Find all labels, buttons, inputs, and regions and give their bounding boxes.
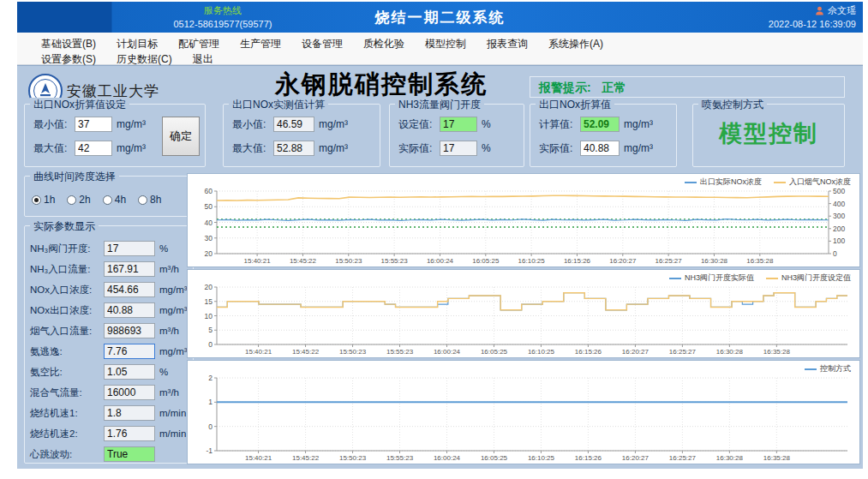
svg-text:16:15:26: 16:15:26	[575, 454, 602, 462]
param-value-input[interactable]	[104, 282, 155, 297]
param-row: NH₃入口流量:m³/h	[30, 261, 189, 277]
menu-item-4[interactable]: 设备管理	[302, 37, 343, 51]
radio-icon	[67, 195, 76, 205]
svg-text:16:05:25: 16:05:25	[481, 348, 508, 356]
main-area: 安徽工业大学 永钢脱硝控制系统 报警提示: 正常 出口NOx折算值设定 最小值:…	[17, 65, 863, 469]
svg-text:16:00:24: 16:00:24	[434, 348, 461, 356]
timespan-radio-1h[interactable]: 1h	[32, 194, 55, 206]
chart-legend: NH3阀门开度实际值NH3阀门开度设定值	[669, 272, 851, 284]
param-label: NOx入口浓度:	[30, 284, 104, 296]
legend-item: 出口实际NOx浓度	[685, 177, 762, 188]
param-row: 氨逃逸:mg/m³	[30, 344, 189, 359]
param-label: NOx出口浓度:	[30, 304, 104, 317]
alarm-status: 正常	[602, 81, 626, 94]
set-label: 设定值:	[398, 117, 440, 132]
param-value-input[interactable]	[104, 446, 155, 462]
min-label: 最小值:	[33, 117, 75, 132]
svg-text:200: 200	[833, 225, 845, 233]
menu-item-3[interactable]: 生产管理	[240, 37, 281, 51]
panel-title: 实际参数显示	[30, 219, 99, 234]
param-unit: %	[159, 367, 168, 377]
svg-text:16:20:27: 16:20:27	[609, 257, 637, 265]
param-value-input[interactable]	[104, 385, 155, 400]
actual-unit: %	[482, 142, 491, 154]
svg-text:16:05:25: 16:05:25	[472, 257, 500, 265]
timespan-radio-4h[interactable]: 4h	[103, 194, 126, 206]
panel-title: 出口NOx折算值	[536, 98, 614, 112]
param-value-input[interactable]	[104, 323, 155, 338]
param-label: NH₃入口流量:	[30, 263, 104, 276]
menu-item-6[interactable]: 模型控制	[425, 37, 466, 51]
svg-text:100: 100	[833, 237, 845, 245]
svg-text:16:10:25: 16:10:25	[518, 257, 546, 265]
converted-calc-input[interactable]	[580, 117, 620, 132]
param-value-input[interactable]	[104, 261, 155, 277]
svg-text:40: 40	[205, 219, 213, 227]
svg-text:10: 10	[205, 312, 213, 320]
measured-min-input[interactable]	[273, 117, 314, 132]
param-unit: mg/m³	[159, 346, 188, 356]
svg-text:16:25:27: 16:25:27	[655, 257, 683, 265]
svg-text:60: 60	[205, 187, 213, 195]
menu-item-0[interactable]: 基础设置(B)	[41, 37, 96, 51]
menu-item-2[interactable]: 配矿管理	[178, 37, 219, 51]
calc-unit: mg/m³	[624, 118, 653, 130]
valve-actual-input[interactable]	[440, 141, 477, 156]
nox-max-input[interactable]	[75, 141, 112, 156]
chart-legend: 出口实际NOx浓度入口烟气NOx浓度	[685, 177, 851, 188]
svg-text:15:55:23: 15:55:23	[386, 348, 414, 356]
control-mode-value: 模型控制	[693, 118, 844, 149]
param-label: 氨空比:	[30, 366, 104, 379]
param-label: 心跳波动:	[30, 448, 104, 461]
menu-item-1[interactable]: 计划目标	[117, 37, 158, 51]
menu-item-5[interactable]: 质检化验	[363, 37, 404, 51]
timespan-radio-2h[interactable]: 2h	[67, 194, 90, 206]
legend-swatch	[774, 182, 786, 183]
menu-item-7[interactable]: 报表查询	[487, 37, 528, 51]
legend-label: NH3阀门开度设定值	[781, 272, 851, 284]
valve-set-input[interactable]	[440, 117, 477, 132]
param-value-input[interactable]	[104, 241, 155, 256]
legend-swatch	[669, 278, 681, 279]
actual-unit: mg/m³	[624, 142, 653, 154]
svg-text:500: 500	[833, 187, 845, 195]
svg-text:16:15:26: 16:15:26	[575, 348, 602, 356]
svg-text:16:35:28: 16:35:28	[763, 348, 791, 356]
confirm-button[interactable]: 确定	[162, 117, 200, 156]
param-unit: m³/h	[159, 326, 179, 336]
param-label: 混合气流量:	[30, 386, 104, 399]
nox-min-input[interactable]	[75, 117, 112, 132]
svg-text:16:25:27: 16:25:27	[669, 454, 697, 462]
panel-timespan: 曲线时间跨度选择 1h2h4h8h	[24, 176, 194, 217]
param-row: 烧结机速2:m/min	[30, 426, 189, 441]
svg-text:16:30:28: 16:30:28	[716, 348, 744, 356]
menu-item-8[interactable]: 系统操作(A)	[548, 37, 603, 51]
param-value-input[interactable]	[104, 344, 155, 359]
svg-text:15:50:23: 15:50:23	[339, 454, 367, 462]
chart-control-mode-trend: 控制方式-101215:40:2115:45:2215:50:2315:55:2…	[187, 360, 860, 464]
param-value-input[interactable]	[104, 405, 155, 421]
param-value-input[interactable]	[104, 302, 155, 318]
param-row: 氨空比:%	[30, 364, 189, 380]
timespan-radio-8h[interactable]: 8h	[138, 194, 161, 206]
svg-text:15:45:22: 15:45:22	[292, 348, 320, 356]
svg-text:50: 50	[205, 202, 213, 211]
svg-text:15:45:22: 15:45:22	[292, 454, 320, 462]
svg-text:15:40:21: 15:40:21	[245, 348, 272, 356]
max-unit: mg/m³	[117, 142, 146, 154]
svg-text:16:10:25: 16:10:25	[528, 454, 555, 462]
param-value-input[interactable]	[104, 364, 155, 380]
measured-max-input[interactable]	[273, 141, 314, 156]
converted-actual-input[interactable]	[580, 141, 620, 156]
calc-label: 计算值:	[539, 117, 580, 132]
set-unit: %	[482, 118, 491, 130]
param-label: 烧结机速2:	[30, 428, 104, 440]
radio-icon	[32, 195, 41, 205]
system-title: 永钢脱硝控制系统	[223, 68, 540, 102]
svg-text:16:35:28: 16:35:28	[746, 257, 774, 265]
screen: 服务热线 0512-58619577(59577) 烧结一期二级系统 佘文瑶 2…	[0, 0, 868, 479]
param-label: NH₃阀门开度:	[30, 242, 104, 255]
param-row: 烧结机速1:m/min	[30, 405, 189, 421]
svg-text:20: 20	[205, 249, 213, 258]
param-value-input[interactable]	[104, 426, 155, 441]
